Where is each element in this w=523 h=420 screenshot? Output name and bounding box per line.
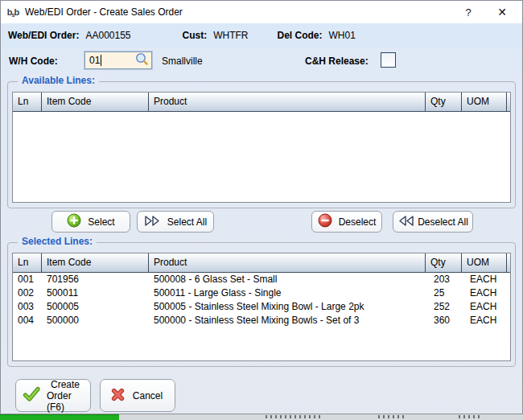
table-row[interactable]: 004500000500000 - Stainless Steel Mixing… [13,314,510,327]
column-header-product[interactable]: Product [149,93,426,111]
select-button-label: Select [88,216,114,228]
cell: 500008 - 6 Glass Set - Small [149,273,429,286]
order-header-row: Web/EDI Order: AA000155 Cust: WHTFR Del … [2,23,521,47]
available-lines-title: Available Lines: [18,75,99,86]
warehouse-row: W/H Code: 01 Smallville C&H Release: [1,49,522,73]
double-left-arrow-icon [397,215,414,229]
cust-label: Cust: [183,30,208,41]
header-filler [507,93,510,111]
cell: 252 [429,300,465,314]
green-check-icon [23,386,40,405]
available_lines-header: LnItem CodeProductQtyUOM [13,93,510,112]
cell: 360 [429,314,465,327]
deselect-button-label: Deselect [339,216,377,228]
background-text-marks [378,415,407,418]
cell: 701956 [42,273,149,286]
deselect-button[interactable]: Deselect [311,211,382,233]
available-lines-group: Available Lines: LnItem CodeProductQtyUO… [7,81,516,208]
column-header-ln[interactable]: Ln [13,253,42,272]
cell: 500005 - Stainless Steel Mixing Bowl - L… [149,300,429,314]
ch-release-label: C&H Release: [305,56,369,67]
order-label: Web/EDI Order: [8,30,79,41]
column-header-uom[interactable]: UOM [462,253,507,272]
help-button[interactable]: ? [453,1,484,23]
select-all-button[interactable]: Select All [137,211,214,233]
text-caret [101,55,101,66]
bsb-logo-icon: bsb [6,6,20,19]
wh-code-label: W/H Code: [9,56,58,67]
selected_lines-header: LnItem CodeProductQtyUOM [13,253,510,273]
cell: 003 [13,300,42,314]
select-all-button-label: Select All [167,216,207,228]
del-code-value: WH01 [329,30,356,41]
deselect-all-button-label: Deselect All [418,216,468,228]
cell: 500005 [42,300,149,314]
available-lines-table[interactable]: LnItem CodeProductQtyUOM [12,92,511,203]
cell: 500000 [42,314,149,327]
cell: 001 [13,273,42,286]
column-header-qty[interactable]: Qty [426,253,462,272]
column-header-qty[interactable]: Qty [426,93,462,111]
ch-release-checkbox[interactable] [381,52,396,68]
create-sales-order-dialog: bsb Web/EDI Order - Create Sales Order ?… [0,0,523,414]
background-app-strip [0,414,523,420]
selected_lines-body[interactable]: 001701956500008 - 6 Glass Set - Small203… [13,273,510,360]
double-right-arrow-icon [144,215,161,229]
cancel-button-label: Cancel [132,390,163,401]
cell: 25 [429,286,465,300]
title-bar: bsb Web/EDI Order - Create Sales Order ?… [1,1,522,23]
create-order-label-line1: Create [51,379,80,390]
create-order-label-line2: Order (F6) [47,390,84,413]
line-action-buttons: Select Select All Deselec [1,211,522,235]
cust-value: WHTFR [213,30,248,41]
cell: EACH [465,273,510,286]
selected-lines-group: Selected Lines: LnItem CodeProductQtyUOM… [7,242,516,367]
background-text-marks [266,415,323,418]
available_lines-body[interactable] [13,112,510,202]
cell: 500011 - Large Glass - Single [149,286,429,300]
deselect-all-button[interactable]: Deselect All [393,211,473,233]
close-button[interactable]: ✕ [487,1,517,23]
column-header-ln[interactable]: Ln [13,93,42,111]
cancel-button[interactable]: Cancel [100,379,175,412]
create-order-button[interactable]: Create Order (F6) [15,379,91,412]
selected-lines-title: Selected Lines: [18,236,97,247]
header-filler [507,253,510,272]
red-x-icon [110,387,126,405]
column-header-product[interactable]: Product [149,253,426,272]
select-button[interactable]: Select [51,211,130,233]
table-row[interactable]: 002500011500011 - Large Glass - Single25… [13,286,510,300]
cell: EACH [465,314,510,327]
cell: 002 [13,286,42,300]
wh-code-input[interactable]: 01 [84,51,152,69]
warehouse-name: Smallville [162,56,203,67]
cell: 500000 - Stainless Steel Mixing Bowls - … [149,314,429,327]
window-title: Web/EDI Order - Create Sales Order [25,6,183,18]
red-minus-circle-icon [318,213,332,230]
order-value: AA000155 [85,30,130,41]
footer-buttons: Create Order (F6) Cancel [1,379,522,413]
cell: 500011 [42,286,149,300]
wh-code-value: 01 [89,55,100,66]
cell: 203 [429,273,465,286]
table-row[interactable]: 003500005500005 - Stainless Steel Mixing… [13,300,510,314]
cell: EACH [465,300,510,314]
magnifier-icon[interactable] [135,52,149,68]
column-header-item-code[interactable]: Item Code [42,93,149,111]
column-header-uom[interactable]: UOM [462,93,507,111]
del-code-label: Del Code: [278,30,323,41]
background-text-marks [459,415,480,418]
selected-lines-table[interactable]: LnItem CodeProductQtyUOM 001701956500008… [12,253,511,361]
green-plus-circle-icon [67,213,81,230]
column-header-item-code[interactable]: Item Code [42,253,149,272]
background-green-bar [0,414,119,420]
cell: EACH [465,286,510,300]
table-row[interactable]: 001701956500008 - 6 Glass Set - Small203… [13,273,510,286]
cell: 004 [13,314,42,327]
